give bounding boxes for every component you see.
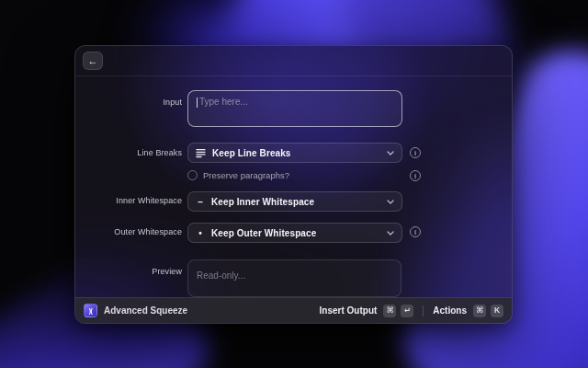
app-badge: )( Advanced Squeeze xyxy=(84,304,187,317)
desktop: ← Input Type here... Line Breaks Keep Li… xyxy=(0,0,588,368)
preserve-paragraphs-label: Preserve paragraphs? xyxy=(203,170,289,180)
inner-whitespace-select[interactable]: – Keep Inner Whitespace xyxy=(187,191,402,212)
insert-output-button[interactable]: Insert Output xyxy=(320,305,378,316)
back-arrow-icon: ← xyxy=(88,56,98,66)
chevron-down-icon xyxy=(387,231,394,236)
line-breaks-select[interactable]: Keep Line Breaks xyxy=(187,143,402,163)
dot-icon: • xyxy=(196,228,205,238)
back-button[interactable]: ← xyxy=(83,52,103,70)
text-caret xyxy=(197,98,198,108)
actions-button[interactable]: Actions xyxy=(433,305,467,316)
input-field[interactable]: Type here... xyxy=(187,90,402,127)
inner-whitespace-label: Inner Whitespace xyxy=(75,195,182,206)
app-name: Advanced Squeeze xyxy=(104,305,187,316)
command-key-icon: ⌘ xyxy=(383,305,396,317)
text-lines-icon xyxy=(196,148,206,158)
line-breaks-label: Line Breaks xyxy=(75,147,182,158)
advanced-squeeze-app-icon: )( xyxy=(84,304,97,317)
preserve-paragraphs-checkbox[interactable]: Preserve paragraphs? xyxy=(187,168,289,181)
outer-whitespace-select[interactable]: • Keep Outer Whitespace xyxy=(187,223,402,243)
input-label: Input xyxy=(75,97,182,108)
outer-whitespace-value: Keep Outer Whitespace xyxy=(211,228,316,238)
footer-actions: Insert Output ⌘ ↵ Actions ⌘ K xyxy=(320,305,503,317)
chevron-down-icon xyxy=(387,200,394,204)
window-header: ← xyxy=(75,46,512,76)
command-key-icon: ⌘ xyxy=(473,305,486,317)
outer-whitespace-info-icon[interactable]: i xyxy=(410,226,421,237)
dash-icon: – xyxy=(196,197,205,207)
preview-label: Preview xyxy=(75,266,182,277)
footer-bar: )( Advanced Squeeze Insert Output ⌘ ↵ Ac… xyxy=(75,297,512,323)
inner-whitespace-value: Keep Inner Whitespace xyxy=(211,197,314,207)
checkbox-circle-icon xyxy=(187,170,198,180)
outer-whitespace-label: Outer Whitespace xyxy=(75,226,182,237)
wallpaper-dark-corner xyxy=(501,0,588,101)
preview-textarea[interactable]: Read-only... xyxy=(187,259,401,297)
input-placeholder: Type here... xyxy=(199,97,248,107)
k-key-icon: K xyxy=(491,305,503,317)
return-key-icon: ↵ xyxy=(401,305,413,317)
footer-divider xyxy=(423,305,424,316)
line-breaks-value: Keep Line Breaks xyxy=(212,148,291,158)
preserve-paragraphs-info-icon[interactable]: i xyxy=(410,170,421,181)
preview-placeholder: Read-only... xyxy=(197,270,245,281)
raycast-window: ← Input Type here... Line Breaks Keep Li… xyxy=(74,45,513,324)
line-breaks-info-icon[interactable]: i xyxy=(410,147,421,158)
chevron-down-icon xyxy=(387,151,394,155)
